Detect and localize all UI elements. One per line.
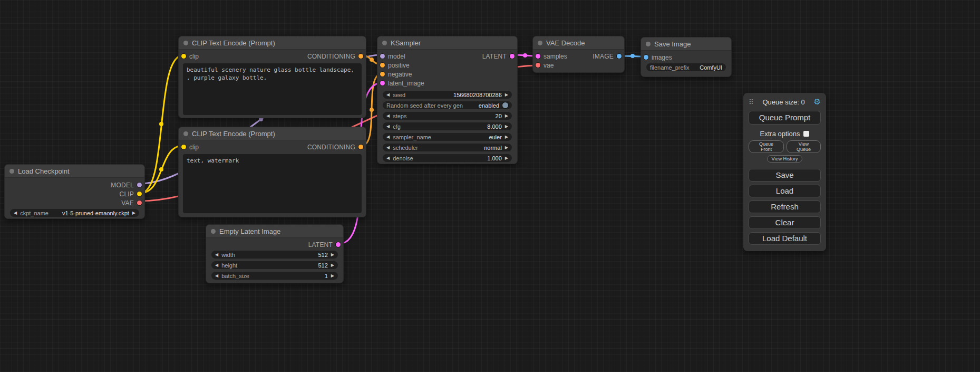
output-slot-image[interactable] (617, 54, 622, 59)
increment-arrow-icon[interactable]: ▶ (505, 93, 508, 97)
increment-arrow-icon[interactable]: ▶ (331, 274, 334, 278)
node-graph-canvas[interactable]: Load Checkpoint MODEL CLIP VAE (0, 0, 980, 372)
input-slot-negative[interactable] (380, 72, 385, 77)
decrement-arrow-icon[interactable]: ◀ (386, 125, 390, 129)
refresh-button[interactable]: Refresh (749, 201, 821, 213)
node-vae-decode[interactable]: VAE Decode samples IMAGE vae (532, 36, 625, 73)
increment-arrow-icon[interactable]: ▶ (505, 135, 508, 139)
widget-scheduler[interactable]: ◀ scheduler normal ▶ (383, 144, 512, 151)
widget-batch-size[interactable]: ◀ batch_size 1 ▶ (211, 272, 338, 280)
input-label-latent-image: latent_image (388, 80, 424, 87)
increment-arrow-icon[interactable]: ▶ (132, 211, 135, 215)
input-slot-positive[interactable] (380, 63, 385, 68)
widget-filename-prefix[interactable]: filename_prefix ComfyUI (646, 63, 726, 71)
decrement-arrow-icon[interactable]: ◀ (386, 135, 390, 139)
node-ksampler[interactable]: KSampler model LATENT positive (377, 36, 518, 164)
output-slot-conditioning[interactable] (358, 145, 363, 149)
prompt-textarea[interactable]: text, watermark (183, 154, 362, 213)
output-slot-vae[interactable] (137, 201, 142, 205)
decrement-arrow-icon[interactable]: ◀ (215, 274, 218, 278)
prompt-textarea[interactable]: beautiful scenery nature glass bottle la… (183, 63, 362, 115)
node-title-bar[interactable]: Load Checkpoint (5, 165, 144, 178)
increment-arrow-icon[interactable]: ▶ (331, 253, 334, 257)
node-title-bar[interactable]: Save Image (641, 37, 731, 51)
node-title: Save Image (654, 40, 691, 48)
collapse-dot-icon[interactable] (183, 41, 188, 45)
link-midpoint-dot (630, 54, 635, 58)
widget-random-seed-toggle[interactable]: Random seed after every gen enabled (383, 101, 512, 109)
decrement-arrow-icon[interactable]: ◀ (386, 114, 390, 118)
node-title: VAE Decode (546, 39, 585, 47)
increment-arrow-icon[interactable]: ▶ (331, 263, 334, 268)
view-history-button[interactable]: View History (767, 155, 803, 163)
increment-arrow-icon[interactable]: ▶ (505, 114, 508, 118)
collapse-dot-icon[interactable] (538, 41, 542, 45)
decrement-arrow-icon[interactable]: ◀ (386, 156, 390, 160)
save-button[interactable]: Save (749, 169, 821, 182)
output-slot-conditioning[interactable] (358, 54, 363, 59)
widget-seed[interactable]: ◀ seed 156680208700286 ▶ (383, 91, 512, 99)
input-slot-samples[interactable] (536, 54, 540, 59)
input-slot-clip[interactable] (181, 145, 186, 149)
node-save-image[interactable]: Save Image images filename_prefix ComfyU… (641, 37, 732, 77)
increment-arrow-icon[interactable]: ▶ (505, 146, 508, 150)
node-empty-latent-image[interactable]: Empty Latent Image LATENT ◀ width 512 ▶ … (206, 224, 344, 283)
input-slot-vae[interactable] (536, 63, 540, 68)
widget-width[interactable]: ◀ width 512 ▶ (211, 251, 338, 259)
load-default-button[interactable]: Load Default (749, 232, 821, 245)
output-slot-clip[interactable] (137, 192, 142, 196)
increment-arrow-icon[interactable]: ▶ (505, 156, 508, 160)
decrement-arrow-icon[interactable]: ◀ (386, 93, 390, 97)
output-slot-latent[interactable] (510, 54, 515, 59)
node-title-bar[interactable]: Empty Latent Image (206, 225, 343, 238)
queue-front-button[interactable]: Queue Front (749, 140, 784, 153)
collapse-dot-icon[interactable] (211, 229, 216, 234)
collapse-dot-icon[interactable] (646, 42, 651, 46)
widget-label: denoise (393, 155, 413, 161)
node-clip-text-encode-positive[interactable]: CLIP Text Encode (Prompt) clip CONDITION… (178, 36, 366, 118)
link-midpoint-dot (370, 108, 374, 112)
increment-arrow-icon[interactable]: ▶ (505, 125, 508, 129)
widget-denoise[interactable]: ◀ denoise 1.000 ▶ (383, 154, 512, 162)
node-title-bar[interactable]: CLIP Text Encode (Prompt) (179, 36, 366, 50)
widget-steps[interactable]: ◀ steps 20 ▶ (383, 112, 512, 120)
node-title-bar[interactable]: VAE Decode (533, 36, 624, 50)
widget-value: 512 (318, 262, 327, 269)
view-queue-button[interactable]: View Queue (787, 140, 821, 153)
extra-options-checkbox[interactable] (803, 131, 809, 137)
decrement-arrow-icon[interactable]: ◀ (386, 146, 390, 150)
widget-label: seed (393, 92, 405, 98)
drag-handle-icon[interactable]: ⠿ (749, 98, 754, 106)
collapse-dot-icon[interactable] (9, 169, 14, 174)
node-title-bar[interactable]: CLIP Text Encode (Prompt) (179, 127, 366, 140)
decrement-arrow-icon[interactable]: ◀ (215, 263, 218, 268)
widget-sampler-name[interactable]: ◀ sampler_name euler ▶ (383, 133, 512, 141)
decrement-arrow-icon[interactable]: ◀ (14, 211, 17, 215)
collapse-dot-icon[interactable] (382, 41, 387, 45)
node-title-bar[interactable]: KSampler (377, 36, 517, 50)
collapse-dot-icon[interactable] (183, 131, 188, 136)
output-label-latent: LATENT (308, 241, 333, 249)
decrement-arrow-icon[interactable]: ◀ (215, 253, 218, 257)
output-slot-model[interactable] (137, 183, 142, 187)
queue-prompt-button[interactable]: Queue Prompt (749, 111, 821, 125)
link-midpoint-dot (370, 58, 374, 62)
input-label-vae: vae (544, 62, 554, 69)
input-label-model: model (388, 53, 405, 60)
input-slot-clip[interactable] (181, 54, 186, 59)
node-clip-text-encode-negative[interactable]: CLIP Text Encode (Prompt) clip CONDITION… (178, 127, 366, 217)
load-button[interactable]: Load (749, 185, 821, 197)
input-slot-images[interactable] (644, 55, 648, 60)
toggle-knob-icon[interactable] (502, 102, 508, 108)
gear-icon[interactable]: ⚙ (814, 97, 821, 107)
widget-height[interactable]: ◀ height 512 ▶ (211, 261, 338, 269)
output-label-clip: CLIP (120, 190, 134, 198)
clear-button[interactable]: Clear (749, 216, 821, 229)
widget-value: 8.000 (487, 123, 502, 130)
input-slot-latent-image[interactable] (380, 81, 385, 85)
output-slot-latent[interactable] (336, 242, 341, 247)
widget-cfg[interactable]: ◀ cfg 8.000 ▶ (383, 122, 512, 130)
node-load-checkpoint[interactable]: Load Checkpoint MODEL CLIP VAE (4, 164, 145, 219)
widget-ckpt-name[interactable]: ◀ ckpt_name v1-5-pruned-emaonly.ckpt ▶ (10, 209, 139, 217)
input-slot-model[interactable] (380, 54, 385, 59)
